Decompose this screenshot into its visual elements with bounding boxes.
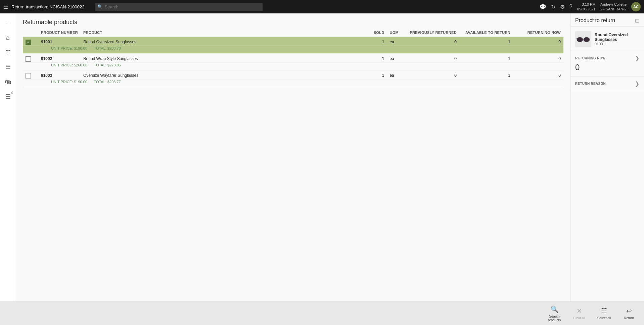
product-number: 91001 (41, 40, 52, 44)
available-cell: 1 (459, 37, 513, 46)
col-header-product: Product (81, 29, 367, 37)
bottom-bar: 🔍 Searchproducts ✕ Clear all ☷ Select al… (0, 302, 644, 325)
topbar: ☰ Return transaction: NCISAN-2100022 🔍 💬… (0, 0, 644, 13)
returning-now-chevron[interactable]: ❯ (635, 55, 639, 61)
product-preview-name: Round Oversized Sunglasses (595, 33, 639, 42)
center-content: Returnable products Product Number Produ… (16, 13, 570, 302)
page-header: Returnable products (16, 13, 570, 29)
sold-cell: 1 (367, 37, 387, 46)
return-reason-chevron[interactable]: ❯ (635, 80, 639, 87)
total-price: TOTAL: $203.77 (94, 80, 121, 84)
right-panel-header: Product to return ▢ (570, 13, 644, 26)
col-header-sold: Sold (367, 29, 387, 37)
panel-expand-icon[interactable]: ▢ (635, 18, 639, 23)
product-table-body: 91001 Round Oversized Sunglasses 1 ea 0 … (23, 37, 563, 87)
clear-all-label: Clear all (573, 316, 586, 320)
search-products-button[interactable]: 🔍 Searchproducts (543, 304, 566, 324)
return-label: Return (624, 316, 634, 320)
right-panel-title: Product to return (575, 17, 615, 23)
uom-cell: ea (387, 70, 407, 79)
return-reason-section[interactable]: RETURN REASON ❯ (570, 76, 644, 91)
returning-now-row: RETURNING NOW ❯ (575, 55, 639, 61)
col-header-uom: UOM (387, 29, 407, 37)
refresh-icon[interactable]: ↻ (551, 4, 555, 10)
topbar-actions: 💬 ↻ ⚙ ? 3:10 PM 05/20/2021 Andrew Collet… (540, 2, 641, 12)
unit-price: UNIT PRICE: $190.00 (51, 46, 87, 50)
returning-now-section: RETURNING NOW ❯ 0 (570, 51, 644, 76)
return-reason-label: RETURN REASON (575, 82, 606, 86)
chat-icon[interactable]: 💬 (540, 4, 546, 10)
topbar-store: 2 - SANFRAN-2 (600, 7, 627, 11)
row-checkbox[interactable] (26, 56, 31, 62)
cart-icon[interactable]: ☰ 0 (1, 90, 15, 103)
unit-price: UNIT PRICE: $190.00 (51, 80, 87, 84)
prev-returned-cell: 0 (407, 37, 459, 46)
returning-now-cell: 0 (513, 70, 563, 79)
bag-icon[interactable]: 🛍 (1, 75, 15, 89)
product-name: Round Wrap Style Sunglasses (83, 56, 138, 61)
returning-now-cell: 0 (513, 37, 563, 46)
page-title: Returnable products (23, 19, 563, 26)
col-header-returning-now: Returning Now (513, 29, 563, 37)
prev-returned-cell: 0 (407, 70, 459, 79)
topbar-search-input[interactable] (95, 3, 263, 11)
select-all-button[interactable]: ☷ Select all (592, 304, 616, 324)
table-subrow: UNIT PRICE: $190.00 TOTAL: $203.78 (23, 46, 563, 54)
table-row[interactable]: 91001 Round Oversized Sunglasses 1 ea 0 … (23, 37, 563, 46)
table-subrow: UNIT PRICE: $260.00 TOTAL: $278.85 (23, 63, 563, 70)
grid-icon[interactable]: ☷ (1, 46, 15, 59)
col-header-prev-returned: Previously Returned (407, 29, 459, 37)
product-preview: Round Oversized Sunglasses 91001 (570, 26, 644, 51)
select-all-icon: ☷ (601, 307, 607, 315)
user-avatar: AC (631, 2, 641, 11)
product-preview-info: Round Oversized Sunglasses 91001 (595, 33, 639, 46)
total-price: TOTAL: $278.85 (94, 63, 121, 67)
row-checkbox[interactable] (26, 73, 31, 78)
col-header-available: Available to Return (459, 29, 513, 37)
right-panel: Product to return ▢ Round Oversized Sung… (570, 13, 644, 302)
uom-cell: ea (387, 54, 407, 63)
product-preview-number: 91001 (595, 42, 639, 46)
settings-icon[interactable]: ⚙ (560, 4, 565, 10)
prev-returned-cell: 0 (407, 54, 459, 63)
back-button[interactable]: ← (1, 16, 15, 30)
clear-all-button[interactable]: ✕ Clear all (567, 304, 591, 324)
row-checkbox[interactable] (26, 40, 31, 45)
returning-now-value: 0 (575, 63, 639, 72)
main-layout: ← ⌂ ☷ ☰ 🛍 ☰ 0 Returnable products Produc… (0, 13, 644, 302)
table-subrow: UNIT PRICE: $190.00 TOTAL: $203.77 (23, 79, 563, 87)
product-name: Round Oversized Sunglasses (83, 40, 136, 44)
svg-line-4 (590, 39, 590, 39)
sunglasses-svg (576, 35, 590, 44)
search-products-icon: 🔍 (550, 305, 559, 313)
svg-line-3 (576, 39, 577, 39)
help-icon[interactable]: ? (569, 4, 572, 10)
sold-cell: 1 (367, 54, 387, 63)
uom-cell: ea (387, 37, 407, 46)
product-number: 91003 (41, 73, 52, 78)
topbar-search-icon: 🔍 (97, 4, 102, 9)
cart-badge-count: 0 (11, 91, 13, 102)
topbar-username: Andrew Collette (600, 2, 627, 7)
topbar-time: 3:10 PM (582, 2, 596, 7)
topbar-date: 05/20/2021 (577, 7, 596, 11)
home-icon[interactable]: ⌂ (1, 31, 15, 44)
table-header: Product Number Product Sold UOM Previous… (23, 29, 563, 37)
table-row[interactable]: 91002 Round Wrap Style Sunglasses 1 ea 0… (23, 54, 563, 63)
table-row[interactable]: 91003 Oversize Wayfarer Sunglasses 1 ea … (23, 70, 563, 79)
total-price: TOTAL: $203.78 (94, 46, 121, 50)
unit-price: UNIT PRICE: $260.00 (51, 63, 87, 67)
menu-icon[interactable]: ☰ (1, 60, 15, 74)
returning-now-cell: 0 (513, 54, 563, 63)
search-products-label: Searchproducts (548, 315, 561, 322)
hamburger-icon[interactable]: ☰ (3, 4, 8, 10)
available-cell: 1 (459, 54, 513, 63)
available-cell: 1 (459, 70, 513, 79)
topbar-title: Return transaction: NCISAN-2100022 (11, 4, 85, 9)
product-image (575, 31, 591, 47)
return-icon: ↩ (626, 307, 632, 315)
return-button[interactable]: ↩ Return (617, 304, 641, 324)
returning-now-label: RETURNING NOW (575, 56, 606, 60)
svg-point-0 (577, 37, 583, 42)
svg-point-1 (584, 37, 590, 42)
